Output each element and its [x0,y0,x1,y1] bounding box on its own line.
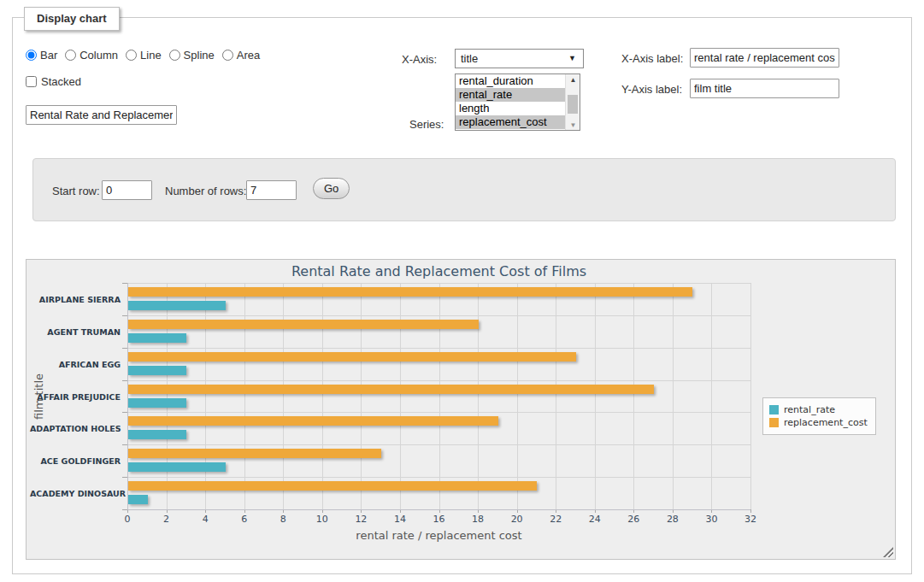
bar[interactable] [128,287,692,297]
stacked-checkbox-row[interactable]: Stacked [26,75,81,88]
chart-type-radio-area[interactable]: Area [222,49,260,62]
x-tick-label: 22 [543,514,568,525]
x-tick-label: 6 [232,514,257,525]
radio-area-input[interactable] [222,50,233,61]
scroll-up-icon[interactable]: ▲ [566,76,580,84]
x-axis-select-label: X-Axis: [402,53,437,66]
bar[interactable] [128,462,226,472]
legend-swatch [769,418,779,427]
x-axis-label-caption: X-Axis label: [621,52,683,65]
grid-line [478,283,479,509]
series-option-rental-duration[interactable]: rental_duration [456,74,565,88]
grid-line [205,283,206,509]
bar[interactable] [128,333,186,343]
series-list-label: Series: [409,118,444,131]
number-of-rows-input[interactable] [246,180,297,200]
grid-line [633,283,634,509]
x-tick-label: 16 [427,514,452,525]
bar[interactable] [128,481,537,491]
bar[interactable] [128,366,186,375]
chevron-down-icon: ▼ [568,54,576,62]
grid-line [127,315,750,316]
radio-column-label: Column [79,49,118,62]
bar[interactable] [128,430,186,439]
x-tick-label: 8 [270,514,296,525]
grid-line [127,283,750,284]
legend-label: rental_rate [784,404,835,415]
bar[interactable] [128,352,576,362]
radio-spline-input[interactable] [169,50,180,61]
bar[interactable] [128,385,654,394]
axis-line [127,509,750,510]
bar[interactable] [128,416,498,426]
stacked-checkbox[interactable] [26,76,37,87]
series-option-replacement-cost[interactable]: replacement_cost [456,115,565,129]
radio-area-label: Area [237,49,260,62]
radio-line-label: Line [140,49,162,62]
chart-type-radio-bar[interactable]: Bar [26,49,57,62]
series-option-length[interactable]: length [456,102,565,115]
bar[interactable] [128,301,226,310]
bar[interactable] [128,495,148,504]
axis-line [127,283,128,509]
x-tick-label: 32 [738,514,763,525]
bar[interactable] [128,449,381,458]
bar[interactable] [128,398,186,408]
chart-type-radio-line[interactable]: Line [126,49,162,62]
number-of-rows-label: Number of rows: [165,185,246,197]
legend-item[interactable]: rental_rate [769,404,868,415]
radio-line-input[interactable] [126,50,137,61]
x-axis-label-input[interactable] [690,48,839,68]
start-row-input[interactable] [102,180,152,200]
series-scrollbar[interactable]: ▲ ▼ [565,74,580,130]
grid-line [167,283,168,509]
x-tick-label: 26 [621,514,646,525]
chart-title-input[interactable] [26,105,177,125]
panel-title: Display chart [24,7,120,31]
grid-line [283,283,284,509]
grid-line [595,283,596,509]
scroll-down-icon[interactable]: ▼ [566,121,580,129]
page: Display chart Bar Column Line Spline Are… [0,0,924,582]
grid-line [517,283,518,509]
x-axis-title: rental rate / replacement cost [127,529,750,542]
go-button[interactable]: Go [313,178,350,199]
grid-line [673,283,674,509]
x-tick-label: 0 [115,514,140,525]
chart-type-radios: Bar Column Line Spline Area [26,49,268,62]
series-listbox[interactable]: rental_duration rental_rate length repla… [455,73,580,131]
row-controls-panel: Start row: Number of rows: Go [32,158,896,221]
x-tick-label: 24 [582,514,608,525]
y-axis-title: film title [32,373,45,419]
bar[interactable] [128,320,479,329]
category-label: AIRPLANE SIERRA [30,295,121,304]
grid-line [244,283,245,509]
radio-spline-label: Spline [184,49,215,62]
category-label: AGENT TRUMAN [30,327,121,337]
series-option-rental-rate[interactable]: rental_rate [456,88,565,102]
x-tick-label: 28 [660,514,686,525]
legend-label: replacement_cost [784,417,868,428]
legend-item[interactable]: replacement_cost [769,417,868,428]
y-axis-label-input[interactable] [690,79,839,98]
chart-type-radio-column[interactable]: Column [65,49,118,62]
grid-line [439,283,440,509]
x-axis-select[interactable]: title ▼ [455,49,584,68]
grid-line [750,283,751,509]
x-tick-label: 20 [504,514,530,525]
radio-column-input[interactable] [65,50,76,61]
tick-mark [750,509,751,513]
radio-bar-label: Bar [40,49,57,62]
grid-line [127,477,750,478]
stacked-label: Stacked [41,75,81,88]
grid-line [127,444,750,445]
grid-line [361,283,362,509]
x-tick-label: 2 [154,514,180,525]
chart-root: Rental Rate and Replacement Cost of Film… [26,260,895,559]
radio-bar-input[interactable] [26,50,37,61]
scrollbar-thumb[interactable] [568,95,578,114]
x-tick-label: 4 [192,514,218,525]
category-label: AFRICAN EGG [30,360,121,369]
chart-type-radio-spline[interactable]: Spline [169,49,215,62]
grid-line [711,283,712,509]
